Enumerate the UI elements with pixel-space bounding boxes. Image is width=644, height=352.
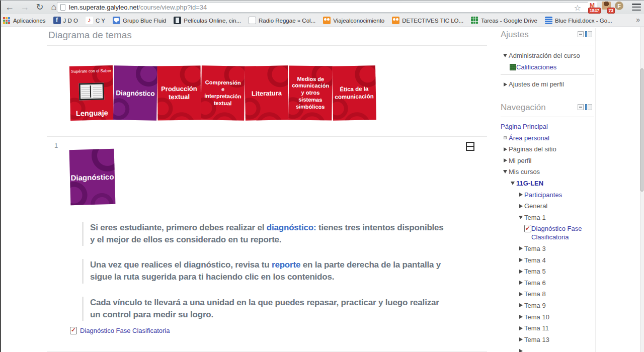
triangle-right-icon[interactable] — [517, 313, 524, 321]
bookmark-grupo-blue-fluid[interactable]: Grupo Blue Fluid — [113, 17, 166, 24]
triangle-right-icon[interactable] — [517, 324, 524, 332]
browser-window: ← → ↻ ⌂ len.superate.galyleo.net/course/… — [0, 0, 644, 352]
section-number: 1 — [54, 142, 58, 149]
reload-icon: ↻ — [36, 2, 43, 13]
tree-label: Páginas del sitio — [509, 145, 556, 153]
reporte-link[interactable]: reporte — [272, 260, 300, 270]
scrollbar-thumb[interactable] — [640, 68, 643, 192]
tree-item-ajustes-perfil[interactable]: Ajustes de mi perfil — [501, 80, 594, 89]
triangle-down-icon[interactable] — [509, 179, 516, 188]
bookmark-star-icon[interactable]: ☆ — [574, 3, 581, 13]
triangle-right-icon[interactable] — [517, 191, 524, 199]
nav-item-paginas-del-sitio[interactable]: Páginas del sitio — [501, 145, 594, 153]
nav-item-mi-perfil[interactable]: Mi perfil — [501, 156, 594, 165]
nav-item-participantes[interactable]: Participantes — [501, 191, 594, 199]
activity-link-diagnostico-fase[interactable]: Diagnóstico Fase Clasificatoria — [70, 327, 170, 334]
nav-item-11g-len[interactable]: 11G-LEN — [501, 179, 594, 188]
section-tile-diagnostico: Diagnóstico — [69, 149, 116, 205]
dock-block-icon[interactable] — [585, 31, 592, 37]
reload-button[interactable]: ↻ — [33, 1, 46, 13]
tree-label: Tema 6 — [524, 279, 546, 287]
nav-item-diagnostico-fase[interactable]: Diagnóstico Fase Clasificatoria — [501, 224, 594, 241]
bookmark-jdo[interactable]: f J D O — [53, 17, 78, 24]
collapse-block-icon[interactable] — [578, 31, 584, 37]
nav-item-tema-3[interactable]: Tema 3 — [501, 244, 594, 253]
banner-tile-literatura: Literatura — [245, 65, 289, 120]
dock-block-icon[interactable] — [585, 104, 592, 110]
bookmark-detectives-tic[interactable]: DETECTIVES TIC LO... — [392, 17, 463, 24]
nav-item-tema-10[interactable]: Tema 10 — [501, 313, 594, 321]
nav-item-tema-1[interactable]: Tema 1 — [501, 213, 594, 222]
triangle-right-icon[interactable] — [517, 279, 524, 287]
browser-menu-button[interactable] — [632, 4, 641, 11]
tree-label: Tema 4 — [524, 256, 546, 265]
bookmark-radio-reggae[interactable]: Radio Reggae » Col... — [249, 17, 315, 24]
bookmarks-overflow-chevron[interactable]: » — [636, 16, 640, 24]
tile-label: Diagnóstico — [70, 172, 114, 182]
coin-extension-button[interactable]: F — [615, 2, 625, 11]
triangle-right-icon[interactable] — [502, 145, 509, 153]
window-left-edge — [0, 1, 1, 352]
triangle-right-icon[interactable] — [517, 244, 524, 253]
triangle-right-icon[interactable] — [502, 156, 509, 165]
nav-item-area-personal[interactable]: Área personal — [501, 134, 594, 142]
document-icon — [545, 17, 552, 24]
bookmark-cy[interactable]: ♪ C Y — [86, 17, 105, 24]
triangle-right-icon[interactable] — [517, 202, 524, 210]
gmail-extension-button[interactable]: M 1847 — [588, 2, 598, 11]
bookmark-apps[interactable]: Aplicaciones — [3, 17, 46, 24]
forward-button[interactable]: → — [18, 1, 31, 13]
nav-item-tema-8[interactable]: Tema 8 — [501, 290, 594, 298]
paragraph-text: Si eres estudiante, primero debes realiz… — [90, 223, 267, 232]
nav-item-pagina-principal[interactable]: Página Principal — [501, 122, 594, 131]
grades-icon — [509, 63, 516, 71]
diagnostico-link[interactable]: diagnóstico: — [267, 223, 316, 232]
nav-item-tema-9[interactable]: Tema 9 — [501, 301, 594, 310]
tile-label: Diagnóstico — [116, 89, 155, 97]
triangle-right-icon[interactable] — [517, 335, 524, 344]
tree-item-calificaciones[interactable]: Calificaciones — [501, 63, 594, 71]
banner-tile-medios: Medios de comunicación y otros sistemas … — [288, 65, 332, 120]
page-title: Diagrama de temas — [48, 30, 132, 41]
nav-item-tema-4[interactable]: Tema 4 — [501, 256, 594, 265]
nav-item-general[interactable]: General — [501, 202, 594, 210]
triangle-right-icon[interactable] — [502, 80, 509, 89]
nav-item-tema-5[interactable]: Tema 5 — [501, 267, 594, 276]
bookmark-peliculas[interactable]: Películas Online, cin... — [174, 17, 241, 24]
film-icon — [174, 17, 181, 24]
url-path: /course/view.php?id=34 — [138, 4, 207, 11]
nav-item-tema-6[interactable]: Tema 6 — [501, 279, 594, 287]
bookmark-tareas-drive[interactable]: Tareas - Google Drive — [471, 17, 537, 24]
triangle-down-icon[interactable] — [502, 167, 509, 176]
triangle-down-icon[interactable] — [517, 213, 524, 222]
triangle-right-icon[interactable] — [517, 256, 524, 265]
f-coin-icon: F — [615, 2, 623, 10]
back-button[interactable]: ← — [3, 1, 16, 13]
triangle-down-icon[interactable] — [502, 51, 509, 60]
nav-item-tema-11[interactable]: Tema 11 — [501, 324, 594, 332]
forward-icon: → — [20, 2, 29, 13]
triangle-right-icon[interactable] — [517, 346, 524, 352]
gmail-badge: 1847 — [588, 8, 601, 14]
avatar-extension-button[interactable]: 73 — [602, 2, 612, 11]
collapse-block-icon[interactable] — [578, 104, 584, 110]
nav-item-tema-13[interactable]: Tema 13 — [501, 335, 594, 344]
tree-label: Mis cursos — [509, 167, 540, 176]
navigation-block-title: Navegación — [501, 103, 546, 113]
owl-icon — [392, 17, 399, 24]
triangle-right-icon[interactable] — [517, 290, 524, 298]
quiz-icon — [524, 224, 531, 233]
bookmark-viajealconocimiento[interactable]: Viajealconocimiento — [323, 17, 384, 24]
nav-item-partial[interactable] — [501, 346, 594, 352]
tree-label: Tema 1 — [524, 213, 546, 222]
tree-label: Diagnóstico Fase Clasificatoria — [531, 224, 591, 241]
show-only-section-button[interactable] — [466, 142, 474, 151]
tree-item-administracion[interactable]: Administración del curso — [501, 51, 594, 60]
triangle-right-icon[interactable] — [517, 267, 524, 276]
bookmark-blue-fluid-docx[interactable]: Blue Fluid.docx - Go... — [545, 17, 612, 24]
address-bar[interactable]: len.superate.galyleo.net/course/view.php… — [57, 2, 589, 13]
tree-label: Participantes — [524, 191, 562, 199]
nav-item-mis-cursos[interactable]: Mis cursos — [501, 167, 594, 176]
divider — [47, 351, 487, 351]
triangle-right-icon[interactable] — [517, 301, 524, 310]
